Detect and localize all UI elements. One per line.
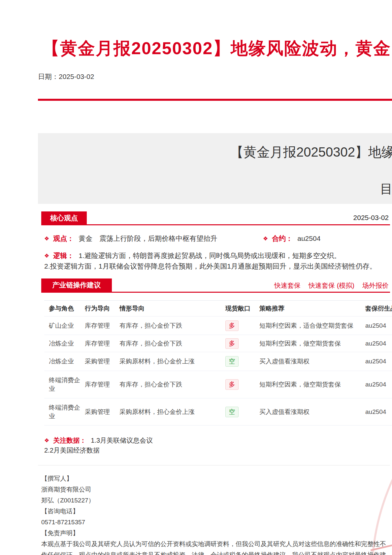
footer-divider — [38, 465, 390, 465]
quick-links: 快速套保 快速套保 (模拟) 场外报价 — [211, 281, 389, 290]
cell-role: 终端消费企业 — [44, 376, 80, 393]
contract-row: ❖合约：au2504 — [263, 234, 320, 243]
publish-date: 日期：2025-03-02 — [38, 72, 94, 81]
banner-toc-heading: 目录 — [380, 181, 392, 198]
header-divider — [38, 99, 392, 101]
company-name: 浙商期货有限公司 — [41, 484, 386, 495]
report-banner: 【黄金月报20250302】地缘风险波动，黄金 目录 — [38, 133, 392, 204]
analyst-name: 郑弘（Z0015227） — [41, 495, 386, 506]
cell-hedge-contract: au2504 — [361, 408, 392, 416]
core-view-date: 2025-03-02 — [350, 214, 389, 222]
phone-number: 0571-87215357 — [41, 517, 386, 528]
exposure-tag: 空 — [225, 356, 239, 367]
col-header-behavior: 行为导向 — [80, 304, 115, 313]
cell-exposure: 多 — [221, 338, 255, 349]
focus-data-label: 关注数据： — [53, 437, 86, 444]
cell-strategy: 短期利空因素，适合做空期货套保 — [255, 321, 361, 330]
cell-behavior: 采购管理 — [80, 408, 115, 416]
cell-strategy: 买入虚值看涨期权 — [255, 357, 361, 366]
banner-title: 【黄金月报20250302】地缘风险波动，黄金 — [230, 143, 392, 161]
col-header-role: 参与角色 — [44, 304, 80, 313]
logic-line-2: 2.投资逻辑方面，1月联储会议暂停降息符合预期，此外美国1月通胀超预期回升，显示… — [44, 262, 376, 271]
cell-exposure: 空 — [221, 407, 255, 417]
otc-quote-link[interactable]: 场外报价 — [362, 281, 389, 290]
table-row: 矿山企业 库存管理 有库存，担心金价下跌 多 短期利空因素，适合做空期货套保 a… — [44, 316, 392, 335]
quick-hedge-link[interactable]: 快速套保 — [274, 281, 301, 290]
report-page: 【黄金月报20250302】地缘风险波动，黄金 日期：2025-03-02 【黄… — [0, 0, 392, 555]
disclaimer-line-2: 作任何保证。观点中的信息或所表达意见不构成投资、法律、会计或税务的最终操作建议，… — [41, 549, 386, 555]
cell-scenario: 采购原材料，担心金价上涨 — [115, 357, 221, 366]
cell-scenario: 有库存，担心金价下跌 — [115, 339, 221, 348]
cell-role: 冶炼企业 — [44, 357, 80, 366]
cell-hedge-contract: au2504 — [361, 322, 392, 329]
core-view-divider — [41, 224, 390, 225]
view-row: ❖观点：黄金 震荡上行阶段，后期价格中枢有望抬升 — [44, 234, 217, 243]
cell-behavior: 库存管理 — [80, 339, 115, 348]
quick-hedge-sim-link[interactable]: 快速套保 (模拟) — [309, 281, 354, 290]
logic-label: 逻辑： — [53, 252, 74, 259]
cell-strategy: 买入虚值看涨期权 — [255, 408, 361, 416]
cell-scenario: 有库存，担心金价下跌 — [115, 380, 221, 389]
diamond-icon: ❖ — [263, 236, 268, 242]
exposure-tag: 多 — [225, 338, 239, 349]
cell-hedge-contract: au2504 — [361, 381, 392, 388]
cell-role: 冶炼企业 — [44, 339, 80, 348]
cell-behavior: 库存管理 — [80, 380, 115, 389]
exposure-tag: 多 — [225, 379, 239, 390]
col-header-hedge-contract: 套保衍生品 — [361, 304, 392, 313]
table-header-row: 参与角色 行为导向 情形导向 现货敞口 策略推荐 套保衍生品 — [44, 301, 392, 316]
contract-label: 合约： — [272, 235, 293, 242]
exposure-tag: 空 — [225, 407, 239, 417]
logic-line-1: 1.避险逻辑方面，特朗普再度掀起贸易战，同时俄乌局势或出现缓和，短期多空交织。 — [79, 252, 341, 259]
diamond-icon: ❖ — [44, 236, 49, 242]
cell-behavior: 采购管理 — [80, 357, 115, 366]
table-row: 终端消费企业 采购管理 采购原材料，担心金价上涨 空 买入虚值看涨期权 au25… — [44, 398, 392, 426]
table-row: 终端消费企业 库存管理 有库存，担心金价下跌 多 短期利空因素，做空期货套保 a… — [44, 371, 392, 398]
cell-scenario: 采购原材料，担心金价上涨 — [115, 408, 221, 416]
focus-data-line-1: 1.3月美联储议息会议 — [91, 437, 153, 444]
disclaimer-line-1: 本观点基于我公司及其研究人员认为可信的公开资料或实地调研资料，但我公司及其研究人… — [41, 538, 386, 549]
cell-role: 矿山企业 — [44, 321, 80, 330]
cell-exposure: 多 — [221, 379, 255, 390]
writer-section-label: 【撰写人】 — [41, 473, 386, 484]
table-row: 冶炼企业 库存管理 有库存，担心金价下跌 多 短期利空因素，做空期货套保 au2… — [44, 335, 392, 352]
operations-table: 参与角色 行为导向 情形导向 现货敞口 策略推荐 套保衍生品 矿山企业 库存管理… — [44, 300, 392, 426]
logic-row: ❖逻辑：1.避险逻辑方面，特朗普再度掀起贸易战，同时俄乌局势或出现缓和，短期多空… — [44, 251, 341, 260]
diamond-icon: ❖ — [44, 437, 49, 444]
cell-hedge-contract: au2504 — [361, 340, 392, 347]
col-header-strategy: 策略推荐 — [255, 304, 361, 313]
phone-section-label: 【咨询电话】 — [41, 506, 386, 517]
cell-scenario: 有库存，担心金价下跌 — [115, 321, 221, 330]
focus-data-line-2: 2.2月美国经济数据 — [44, 446, 100, 455]
focus-data-row: ❖关注数据：1.3月美联储议息会议 — [44, 436, 153, 445]
exposure-tag: 多 — [225, 320, 239, 331]
cell-role: 终端消费企业 — [44, 403, 80, 421]
industry-divider — [41, 292, 390, 293]
contract-value: au2504 — [297, 235, 320, 242]
cell-exposure: 空 — [221, 356, 255, 367]
page-title: 【黄金月报20250302】地缘风险波动，黄金 — [42, 37, 391, 60]
col-header-scenario: 情形导向 — [115, 304, 221, 313]
disclaimer-section-label: 【免责声明】 — [41, 528, 386, 538]
section-badge-core-view: 核心观点 — [41, 211, 87, 224]
cell-strategy: 短期利空因素，做空期货套保 — [255, 380, 361, 389]
view-value: 黄金 震荡上行阶段，后期价格中枢有望抬升 — [79, 235, 217, 242]
table-row: 冶炼企业 采购管理 采购原材料，担心金价上涨 空 买入虚值看涨期权 au2504 — [44, 352, 392, 371]
view-label: 观点： — [53, 235, 74, 242]
cell-strategy: 短期利空因素，做空期货套保 — [255, 339, 361, 348]
cell-hedge-contract: au2504 — [361, 358, 392, 365]
section-badge-industry-ops: 产业链操作建议 — [41, 278, 112, 292]
cell-behavior: 库存管理 — [80, 321, 115, 330]
footer-block: 【撰写人】 浙商期货有限公司 郑弘（Z0015227） 【咨询电话】 0571-… — [41, 473, 386, 555]
cell-exposure: 多 — [221, 320, 255, 331]
diamond-icon: ❖ — [44, 253, 49, 259]
col-header-exposure: 现货敞口 — [221, 304, 255, 313]
